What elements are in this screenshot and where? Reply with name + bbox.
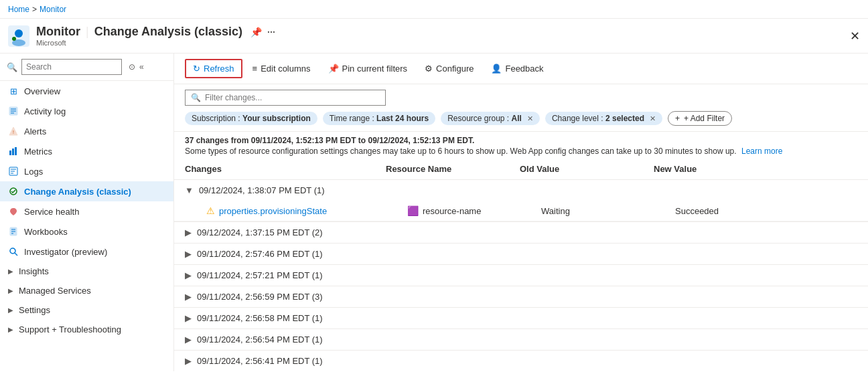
pin-filters-button[interactable]: 📌 Pin current filters xyxy=(321,60,415,78)
change-level-chip[interactable]: Change level : 2 selected ✕ xyxy=(545,112,662,125)
collapse-icon[interactable]: « xyxy=(139,62,144,72)
breadcrumb-separator: > xyxy=(32,5,37,14)
change-group-2: ▶ 09/11/2024, 2:57:46 PM EDT (1) xyxy=(174,244,868,265)
edit-columns-button[interactable]: ≡ Edit columns xyxy=(245,60,318,78)
svg-point-1 xyxy=(15,29,23,37)
change-group-5: ▶ 09/11/2024, 2:56:58 PM EDT (1) xyxy=(174,308,868,329)
resource-group-chip[interactable]: Resource group : All ✕ xyxy=(441,112,540,125)
feedback-button[interactable]: 👤 Feedback xyxy=(484,60,551,78)
change-group-header-7[interactable]: ▶ 09/11/2024, 2:56:41 PM EDT (1) xyxy=(174,351,868,371)
sidebar-item-change-analysis[interactable]: Change Analysis (classic) xyxy=(0,181,173,201)
service-health-icon xyxy=(8,206,19,217)
search-input[interactable] xyxy=(21,59,122,75)
edit-columns-icon: ≡ xyxy=(252,64,258,74)
metrics-icon xyxy=(8,146,19,157)
change-group-header-3[interactable]: ▶ 09/11/2024, 2:57:21 PM EDT (1) xyxy=(174,265,868,286)
change-group-4: ▶ 09/11/2024, 2:56:59 PM EDT (3) xyxy=(174,286,868,308)
toolbar: ↻ Refresh ≡ Edit columns 📌 Pin current f… xyxy=(174,54,868,84)
sidebar: 🔍 ⊙ « ⊞ Overview Activity log ! Alerts M… xyxy=(0,54,174,371)
configure-icon: ⚙ xyxy=(425,64,433,74)
sidebar-item-overview[interactable]: ⊞ Overview xyxy=(0,81,173,101)
change-group-1: ▶ 09/12/2024, 1:37:15 PM EDT (2) xyxy=(174,222,868,244)
support-chevron: ▶ xyxy=(8,326,13,333)
sidebar-item-alerts[interactable]: ! Alerts xyxy=(0,121,173,141)
col-new-value: New Value xyxy=(654,164,857,174)
table-header: Changes Resource Name Old Value New Valu… xyxy=(174,159,868,180)
pin-filters-icon: 📌 xyxy=(328,64,339,74)
change-group-header-0[interactable]: ▼ 09/12/2024, 1:38:07 PM EDT (1) xyxy=(174,180,868,201)
change-group-6: ▶ 09/11/2024, 2:56:54 PM EDT (1) xyxy=(174,329,868,351)
svg-rect-11 xyxy=(12,149,14,155)
breadcrumb-home[interactable]: Home xyxy=(8,5,29,14)
page-subtitle: Microsoft xyxy=(36,39,275,47)
resource-name-cell: 🟪 resource-name xyxy=(407,205,541,216)
sidebar-item-activity-log[interactable]: Activity log xyxy=(0,101,173,121)
svg-line-23 xyxy=(15,253,17,256)
col-old-value: Old Value xyxy=(520,164,654,174)
svg-text:!: ! xyxy=(13,130,14,134)
learn-more-link[interactable]: Learn more xyxy=(741,147,782,156)
time-range-chip[interactable]: Time range : Last 24 hours xyxy=(323,112,435,125)
sidebar-item-service-health[interactable]: Service health xyxy=(0,201,173,221)
change-group-header-4[interactable]: ▶ 09/11/2024, 2:56:59 PM EDT (3) xyxy=(174,286,868,307)
filter-input[interactable] xyxy=(205,93,380,102)
sidebar-item-investigator[interactable]: Investigator (preview) xyxy=(0,242,173,262)
expand-chevron-4: ▶ xyxy=(185,292,192,302)
breadcrumb-monitor[interactable]: Monitor xyxy=(40,5,66,14)
expand-chevron-1: ▶ xyxy=(185,227,192,237)
new-value: Succeeded xyxy=(675,206,857,216)
change-group-header-1[interactable]: ▶ 09/12/2024, 1:37:15 PM EDT (2) xyxy=(174,222,868,243)
change-group-header-5[interactable]: ▶ 09/11/2024, 2:56:58 PM EDT (1) xyxy=(174,308,868,328)
info-line-1: 37 changes from 09/11/2024, 1:52:13 PM E… xyxy=(185,136,857,145)
change-group-timestamp-6: 09/11/2024, 2:56:54 PM EDT (1) xyxy=(197,335,323,345)
sidebar-item-settings[interactable]: ▶ Settings xyxy=(0,300,173,320)
svg-point-22 xyxy=(10,248,15,254)
filter-icon[interactable]: ⊙ xyxy=(129,62,135,72)
sidebar-item-support-troubleshooting[interactable]: ▶ Support + Troubleshooting xyxy=(0,320,173,339)
refresh-button[interactable]: ↻ Refresh xyxy=(185,59,242,78)
close-button[interactable]: ✕ xyxy=(850,29,860,43)
info-line-2: Some types of resource configuration set… xyxy=(185,147,857,156)
property-link[interactable]: properties.provisioningState xyxy=(219,206,327,216)
expand-chevron-3: ▶ xyxy=(185,270,192,280)
more-icon[interactable]: ··· xyxy=(267,27,275,37)
change-analysis-icon xyxy=(8,186,19,197)
subscription-chip[interactable]: Subscription : Your subscription xyxy=(185,112,317,125)
change-group-3: ▶ 09/11/2024, 2:57:21 PM EDT (1) xyxy=(174,265,868,286)
configure-button[interactable]: ⚙ Configure xyxy=(417,60,481,78)
activity-log-icon xyxy=(8,106,19,116)
alerts-icon: ! xyxy=(8,126,19,136)
change-group-timestamp-4: 09/11/2024, 2:56:59 PM EDT (3) xyxy=(197,292,323,302)
sidebar-item-logs[interactable]: Logs xyxy=(0,161,173,181)
logs-icon xyxy=(8,166,19,177)
resource-group-close-icon[interactable]: ✕ xyxy=(527,114,533,123)
expand-chevron-0: ▼ xyxy=(185,185,194,195)
resource-type-icon: 🟪 xyxy=(407,205,419,216)
change-group-header-2[interactable]: ▶ 09/11/2024, 2:57:46 PM EDT (1) xyxy=(174,244,868,264)
sidebar-item-managed-services[interactable]: ▶ Managed Services xyxy=(0,281,173,300)
old-value: Waiting xyxy=(541,206,675,216)
change-level-close-icon[interactable]: ✕ xyxy=(650,114,656,123)
settings-chevron: ▶ xyxy=(8,306,13,314)
table-row[interactable]: ⚠ properties.provisioningState 🟪 resourc… xyxy=(174,201,868,221)
filter-search-icon: 🔍 xyxy=(191,93,201,102)
feedback-icon: 👤 xyxy=(491,64,502,74)
sidebar-item-insights[interactable]: ▶ Insights xyxy=(0,262,173,281)
change-group-7: ▶ 09/11/2024, 2:56:41 PM EDT (1) xyxy=(174,351,868,371)
filter-chips: Subscription : Your subscription Time ra… xyxy=(185,111,857,126)
sidebar-item-metrics[interactable]: Metrics xyxy=(0,141,173,161)
pin-icon[interactable]: 📌 xyxy=(250,27,262,37)
insights-chevron: ▶ xyxy=(8,268,13,275)
page-title: Monitor | Change Analysis (classic) 📌 ··… xyxy=(36,25,275,39)
info-bar: 37 changes from 09/11/2024, 1:52:13 PM E… xyxy=(174,132,868,159)
svg-rect-12 xyxy=(15,147,17,155)
change-group-timestamp-7: 09/11/2024, 2:56:41 PM EDT (1) xyxy=(197,356,323,366)
change-group-0: ▼ 09/12/2024, 1:38:07 PM EDT (1) ⚠ prope… xyxy=(174,180,868,222)
sidebar-item-workbooks[interactable]: Workbooks xyxy=(0,221,173,242)
filter-input-wrapper: 🔍 xyxy=(185,90,386,106)
change-group-header-6[interactable]: ▶ 09/11/2024, 2:56:54 PM EDT (1) xyxy=(174,329,868,350)
change-group-timestamp-0: 09/12/2024, 1:38:07 PM EDT (1) xyxy=(199,185,325,195)
workbooks-icon xyxy=(8,226,19,237)
content-area: ↻ Refresh ≡ Edit columns 📌 Pin current f… xyxy=(174,54,868,371)
add-filter-button[interactable]: + + Add Filter xyxy=(668,111,732,126)
